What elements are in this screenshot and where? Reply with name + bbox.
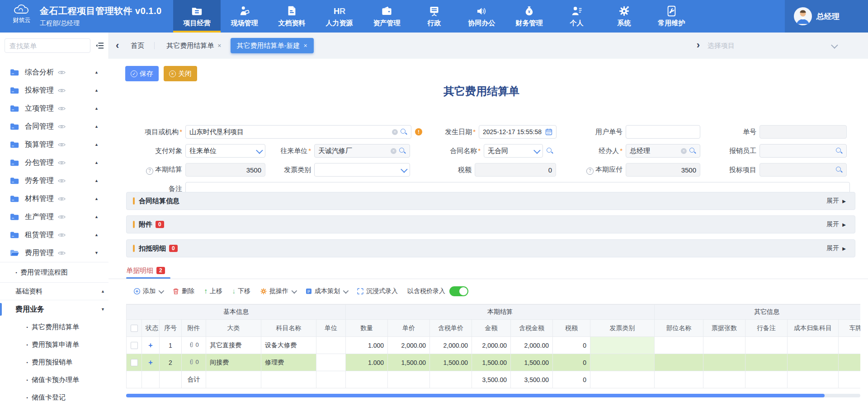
table-cell[interactable]: 设备大修费	[261, 337, 316, 354]
eye-icon[interactable]	[58, 233, 66, 238]
table-cell[interactable]	[788, 337, 839, 354]
table-cell[interactable]	[590, 354, 655, 371]
lookup-icon[interactable]	[836, 167, 843, 173]
scrollbar-thumb[interactable]	[126, 394, 825, 397]
sidebar-item-expense-child-4[interactable]: 储值卡登记	[0, 389, 108, 406]
nav-item-site[interactable]: 现场管理	[221, 0, 268, 33]
tab-home[interactable]: 首页	[131, 42, 144, 50]
table-cell[interactable]: 0	[553, 337, 590, 354]
menu-search-input[interactable]	[5, 38, 90, 53]
table-cell[interactable]	[655, 354, 703, 371]
nav-item-hr[interactable]: HR人力资源	[316, 0, 363, 33]
sidebar-item-0[interactable]: 综合分析▲	[0, 63, 108, 81]
nav-item-wallet[interactable]: 资产管理	[363, 0, 410, 33]
tabs-scroll-right-icon[interactable]: ›	[697, 40, 700, 50]
table-cell[interactable]	[316, 354, 346, 371]
table-cell[interactable]: 2,000.00	[430, 337, 472, 354]
tax-inclusive-toggle[interactable]	[449, 286, 468, 296]
sidebar-item-7[interactable]: 材料管理▲	[0, 190, 108, 208]
immersive-toolbar-button[interactable]: 沉浸式录入	[357, 287, 398, 295]
nav-item-speaker[interactable]: 协同办公	[458, 0, 505, 33]
table-row[interactable]: +10其它直接费设备大修费1.0002,000.002,000.002,000.…	[127, 337, 861, 354]
sidebar-item-2[interactable]: 立项管理▲	[0, 99, 108, 117]
eye-icon[interactable]	[58, 251, 66, 256]
nav-item-wrench[interactable]: 常用维护	[648, 0, 695, 33]
table-cell[interactable]	[316, 337, 346, 354]
tab-document-1[interactable]: 其它费用结算单×	[166, 42, 221, 50]
counterparty-input[interactable]: 天诚汽修厂 ×	[314, 144, 410, 158]
sidebar-item-8[interactable]: 生产管理▲	[0, 208, 108, 226]
sidebar-item-base-data[interactable]: 基础资料 ▲	[0, 283, 108, 300]
horizontal-scrollbar[interactable]	[126, 394, 860, 397]
nav-item-gear[interactable]: 系统	[600, 0, 648, 33]
project-select[interactable]: 选择项目	[708, 39, 836, 52]
eye-icon[interactable]	[58, 106, 66, 111]
nav-item-person[interactable]: 个人	[553, 0, 600, 33]
section-deduction-detail[interactable]: 扣抵明细 0 展开 ▶	[126, 239, 855, 257]
close-tab-icon[interactable]: ×	[217, 42, 221, 49]
table-cell[interactable]: 1.000	[346, 354, 388, 371]
gearO-toolbar-button[interactable]: 批操作	[260, 287, 296, 295]
sidebar-item-3[interactable]: 合同管理▲	[0, 117, 108, 135]
table-cell[interactable]: 修理费	[261, 354, 316, 371]
table-cell[interactable]	[590, 337, 655, 354]
collapse-sidebar-icon[interactable]	[95, 41, 105, 51]
table-cell[interactable]: 2,000.00	[511, 337, 553, 354]
project-input[interactable]: 山东时代垦利项目 ×	[185, 125, 411, 139]
table-row[interactable]: +20间接费修理费1.0001,500.001,500.001,500.001,…	[127, 354, 861, 371]
eye-icon[interactable]	[58, 124, 66, 129]
nav-item-doc[interactable]: 文档资料	[268, 0, 316, 33]
eye-icon[interactable]	[58, 70, 66, 75]
panel-toolbar-button[interactable]: 成本策划	[305, 287, 347, 295]
expand-arrow-icon[interactable]: ▶	[842, 222, 846, 227]
table-cell[interactable]: 1.000	[346, 337, 388, 354]
sidebar-item-4[interactable]: 预算管理▲	[0, 135, 108, 154]
table-cell[interactable]	[703, 354, 745, 371]
tab-document-2[interactable]: 其它费用结算单-新建×	[231, 38, 314, 53]
sidebar-item-expense-child-3[interactable]: 储值卡预办理单	[0, 371, 108, 389]
section-contract-settlement[interactable]: 合同结算信息 展开 ▶	[126, 192, 855, 210]
eye-icon[interactable]	[58, 196, 66, 201]
tabs-scroll-left-icon[interactable]: ‹	[116, 41, 119, 51]
sidebar-item-9[interactable]: 租赁管理▲	[0, 226, 108, 244]
plus-toolbar-button[interactable]: 添加	[133, 287, 163, 295]
sidebar-group-expense-business[interactable]: 费用业务 ▼	[0, 300, 108, 318]
trash-toolbar-button[interactable]: 删除	[172, 287, 194, 295]
eye-icon[interactable]	[58, 178, 66, 183]
sidebar-item-1[interactable]: 投标管理▲	[0, 81, 108, 99]
expand-button[interactable]: 展开	[826, 220, 839, 228]
tab-document-detail[interactable]: 单据明细 2	[126, 263, 165, 278]
eye-icon[interactable]	[58, 214, 66, 219]
clear-icon[interactable]: ×	[391, 148, 396, 154]
table-cell[interactable]: 其它直接费	[206, 337, 261, 354]
help-icon[interactable]: ?	[586, 168, 594, 175]
sidebar-item-expense-child-1[interactable]: 费用预算申请单	[0, 336, 108, 354]
table-cell[interactable]	[703, 337, 745, 354]
reimburser-input[interactable]	[760, 144, 847, 158]
contract-select[interactable]: 无合同	[484, 144, 543, 158]
expand-arrow-icon[interactable]: ▶	[842, 246, 846, 251]
table-cell[interactable]	[655, 337, 703, 354]
up-toolbar-button[interactable]: ↑上移	[204, 287, 222, 295]
eye-icon[interactable]	[58, 142, 66, 147]
table-cell[interactable]: 0	[553, 354, 590, 371]
table-cell[interactable]	[745, 337, 788, 354]
table-cell[interactable]	[839, 337, 860, 354]
issue-date-input[interactable]: 2025-12-17 15:55:58	[479, 125, 557, 139]
nav-item-monitor[interactable]: 行政	[410, 0, 458, 33]
lookup-icon[interactable]	[399, 148, 406, 154]
select-all-checkbox[interactable]	[131, 325, 138, 332]
table-cell[interactable]: 1,500.00	[472, 354, 511, 371]
table-cell[interactable]: 1,500.00	[388, 354, 430, 371]
expand-button[interactable]: 展开	[826, 197, 839, 205]
table-cell[interactable]: 2	[160, 354, 182, 371]
save-button[interactable]: ✓ 保存	[125, 66, 159, 81]
expand-button[interactable]: 展开	[826, 244, 839, 252]
sidebar-item-6[interactable]: 劳务管理▲	[0, 172, 108, 190]
sidebar-item-10[interactable]: 费用管理▼	[0, 244, 108, 262]
row-checkbox[interactable]	[131, 359, 138, 366]
table-cell[interactable]: 1,500.00	[511, 354, 553, 371]
sidebar-item-5[interactable]: 分包管理▲	[0, 154, 108, 172]
lookup-icon[interactable]	[836, 148, 843, 154]
section-attachments[interactable]: 附件 0 展开 ▶	[126, 215, 855, 233]
